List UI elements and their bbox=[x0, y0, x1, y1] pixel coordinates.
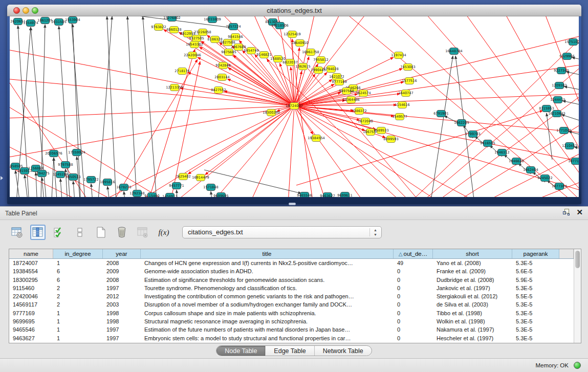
table-row[interactable]: 977716911998Corpus callosum shape and si… bbox=[9, 309, 574, 317]
graph-node[interactable]: 9875685 bbox=[221, 49, 236, 56]
column-header-name[interactable]: name bbox=[9, 249, 53, 258]
graph-node[interactable]: 16648784 bbox=[445, 48, 463, 55]
table-row[interactable]: 2242004622012Investigating the contribut… bbox=[9, 292, 574, 300]
graph-node[interactable]: 16543382 bbox=[186, 41, 203, 48]
graph-node[interactable]: 16210643 bbox=[548, 111, 565, 117]
graph-node[interactable]: 1862205 bbox=[454, 120, 469, 126]
graph-node[interactable]: 23226058 bbox=[194, 29, 211, 36]
graph-node[interactable]: 1672040 bbox=[358, 118, 373, 125]
select-all-icon[interactable] bbox=[51, 225, 67, 240]
graph-node[interactable]: 1795722 bbox=[83, 177, 98, 183]
close-panel-icon[interactable]: ✕ bbox=[576, 209, 583, 216]
tab-node-table[interactable]: Node Table bbox=[216, 346, 266, 356]
graph-node[interactable]: 19384554 bbox=[308, 135, 325, 142]
graph-node[interactable]: 18640910 bbox=[291, 40, 309, 47]
table-row[interactable]: 969969511998Structural magnetic resonanc… bbox=[9, 317, 574, 325]
graph-node[interactable]: 1846312 bbox=[494, 149, 509, 156]
graph-node[interactable]: 1210453 bbox=[562, 143, 577, 149]
graph-node[interactable]: 6791901 bbox=[433, 111, 448, 117]
column-header-in_degree[interactable]: in_degree bbox=[53, 249, 103, 258]
delete-table-icon[interactable] bbox=[135, 225, 150, 240]
graph-node[interactable]: 8099593 bbox=[383, 136, 398, 143]
graph-node[interactable]: 1678275 bbox=[116, 184, 131, 191]
network-graph[interactable]: 9763822886012889129552322605893275058186… bbox=[10, 16, 579, 197]
network-canvas[interactable]: 9763822886012889129552322605893275058186… bbox=[10, 16, 579, 197]
graph-node[interactable]: 1799703 bbox=[465, 131, 480, 138]
graph-node[interactable]: 8860128 bbox=[166, 27, 181, 33]
tab-edge-table[interactable]: Edge Table bbox=[266, 346, 314, 356]
graph-node[interactable]: 1209383 bbox=[552, 82, 567, 89]
graph-node[interactable]: 7625402 bbox=[176, 173, 190, 180]
graph-node[interactable]: 9245022 bbox=[537, 175, 552, 182]
graph-node[interactable]: 1292348 bbox=[129, 190, 144, 197]
graph-node[interactable]: 12325419 bbox=[284, 31, 301, 38]
graph-node[interactable]: 1861205 bbox=[37, 17, 52, 24]
graph-node[interactable]: 2803144 bbox=[214, 74, 229, 81]
graph-node[interactable]: 1553904 bbox=[65, 17, 80, 24]
delete-attribute-icon[interactable] bbox=[114, 225, 129, 240]
graph-node[interactable]: 1862404 bbox=[523, 167, 538, 173]
graph-node[interactable]: 21364486 bbox=[342, 97, 360, 103]
network-window-titlebar[interactable]: citations_edges.txt bbox=[7, 5, 581, 16]
graph-node[interactable]: 9115460 bbox=[144, 193, 159, 198]
table-row[interactable]: 946554611997Estimation of the future num… bbox=[9, 325, 574, 334]
graph-node[interactable]: 8427552 bbox=[211, 87, 226, 94]
graph-node[interactable]: 16914479 bbox=[192, 174, 209, 181]
graph-node[interactable]: 16961758 bbox=[302, 49, 319, 56]
table-row[interactable]: 911546021997Tourette syndrome. Phenomeno… bbox=[9, 284, 574, 292]
graph-node[interactable]: 9797588 bbox=[58, 162, 73, 168]
table-row[interactable]: 1456911722003Disruption of a novel membe… bbox=[9, 300, 574, 309]
graph-node[interactable]: 1354974 bbox=[23, 20, 38, 27]
graph-node[interactable]: 1077103 bbox=[568, 158, 579, 165]
graph-node[interactable]: 1095816 bbox=[100, 179, 115, 186]
graph-node[interactable]: 2031505 bbox=[51, 19, 66, 26]
graph-node[interactable]: 9699611 bbox=[337, 192, 352, 198]
network-view-window[interactable]: citations_edges.txt 97638228860128891295… bbox=[7, 5, 581, 204]
graph-node[interactable]: 1154616 bbox=[395, 102, 409, 108]
column-header-year[interactable]: year bbox=[103, 249, 141, 258]
graph-node[interactable]: 7857224 bbox=[226, 24, 241, 30]
table-selector-dropdown[interactable]: citations_edges.txt ▲▼ bbox=[182, 226, 382, 238]
graph-node[interactable]: 20206576 bbox=[45, 150, 62, 157]
graph-node[interactable]: 16033809 bbox=[204, 16, 221, 23]
graph-node[interactable]: 9463627 bbox=[320, 193, 335, 198]
graph-node[interactable]: 9227343 bbox=[554, 68, 569, 74]
column-header-pagerank[interactable]: pagerank bbox=[512, 249, 559, 258]
table-row[interactable]: 1830029562008Estimation of significance … bbox=[9, 276, 574, 284]
graph-node[interactable]: 9416505 bbox=[480, 140, 495, 147]
table-scrollbar-thumb[interactable] bbox=[575, 251, 580, 268]
graph-node[interactable]: 1571848 bbox=[203, 184, 218, 191]
panel-splitter-handle[interactable] bbox=[289, 203, 296, 205]
graph-node[interactable]: 12213359 bbox=[166, 84, 183, 91]
graph-node[interactable]: 18300295 bbox=[263, 110, 280, 116]
graph-node[interactable]: 17359924 bbox=[68, 149, 85, 156]
graph-node[interactable]: 1294275 bbox=[34, 170, 49, 177]
graph-node[interactable]: 9327505 bbox=[189, 35, 204, 42]
table-settings-icon[interactable] bbox=[9, 225, 25, 240]
graph-node[interactable]: 1456911 bbox=[162, 193, 177, 198]
graph-node[interactable]: 15276802 bbox=[163, 16, 181, 21]
graph-node[interactable]: 9146821 bbox=[256, 52, 271, 58]
column-header-out_de[interactable]: △out_de… bbox=[394, 249, 433, 258]
graph-node[interactable]: 1244415 bbox=[550, 97, 565, 103]
graph-node[interactable]: 9457771 bbox=[169, 183, 184, 189]
graph-node[interactable]: 9699695 bbox=[213, 193, 228, 198]
column-header-title[interactable]: title bbox=[141, 249, 394, 258]
float-panel-icon[interactable] bbox=[563, 209, 570, 216]
column-header-short[interactable]: short bbox=[433, 249, 512, 258]
graph-node[interactable]: 1046620 bbox=[509, 158, 524, 165]
graph-node[interactable]: 1577516 bbox=[402, 78, 417, 84]
tab-network-table[interactable]: Network Table bbox=[315, 346, 372, 356]
graph-node[interactable]: 1771045 bbox=[556, 127, 571, 134]
graph-node[interactable]: 9329966 bbox=[559, 53, 574, 60]
select-columns-icon[interactable] bbox=[30, 225, 46, 240]
graph-node[interactable]: 1640747 bbox=[398, 90, 413, 97]
table-row[interactable]: 1872400712008Changes of HCN gene express… bbox=[9, 259, 574, 267]
table-row[interactable]: 946362711997Embryonic stem cells: a mode… bbox=[9, 334, 574, 342]
graph-node[interactable]: 15751074 bbox=[564, 39, 579, 46]
graph-node[interactable]: 1549577 bbox=[392, 114, 407, 120]
function-builder-icon[interactable]: f(x) bbox=[156, 225, 171, 240]
graph-node[interactable]: 6794028 bbox=[323, 66, 338, 73]
new-table-icon[interactable] bbox=[93, 225, 108, 240]
collapsed-panel-arrow-icon[interactable] bbox=[1, 176, 3, 180]
